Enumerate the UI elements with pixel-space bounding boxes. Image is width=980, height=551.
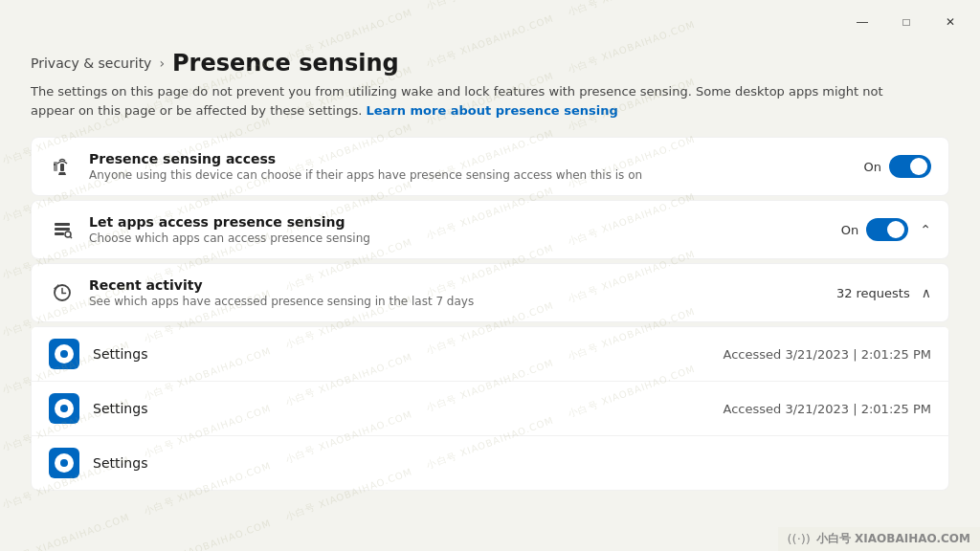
- maximize-button[interactable]: □: [884, 8, 928, 36]
- toggle-thumb-2: [887, 221, 904, 238]
- let-apps-subtitle: Choose which apps can access presence se…: [89, 231, 828, 245]
- requests-count: 32 requests: [836, 286, 910, 300]
- activity-access-time-1: Accessed 3/21/2023 | 2:01:25 PM: [724, 347, 932, 362]
- activity-item-1: Settings Accessed 3/21/2023 | 2:01:25 PM: [31, 326, 949, 382]
- activity-item-2: Settings Accessed 3/21/2023 | 2:01:25 PM: [31, 382, 949, 436]
- let-apps-title: Let apps access presence sensing: [89, 214, 828, 230]
- presence-sensing-text: Presence sensing access Anyone using thi…: [89, 151, 851, 182]
- settings-app-icon-2: [49, 393, 79, 424]
- svg-line-7: [70, 236, 72, 238]
- svg-point-6: [65, 231, 71, 237]
- let-apps-chevron-icon[interactable]: ⌃: [920, 222, 931, 237]
- let-apps-on-label: On: [841, 223, 858, 237]
- activity-app-name-2: Settings: [93, 401, 710, 416]
- watermark-brand: 小白号 XIAOBAIHAO.COM: [816, 531, 970, 547]
- presence-sensing-access-card: Presence sensing access Anyone using thi…: [31, 137, 949, 196]
- presence-sensing-subtitle: Anyone using this device can choose if t…: [89, 168, 851, 182]
- let-apps-toggle[interactable]: [866, 218, 908, 241]
- breadcrumb-separator: ›: [159, 55, 165, 71]
- activity-items-group: Settings Accessed 3/21/2023 | 2:01:25 PM…: [31, 326, 949, 491]
- bottom-watermark-bar: ((·)) 小白号 XIAOBAIHAO.COM: [778, 527, 980, 551]
- settings-app-icon-1: [49, 339, 79, 369]
- page-description: The settings on this page do not prevent…: [31, 82, 930, 120]
- minimize-button[interactable]: —: [840, 8, 884, 36]
- radio-icon: ((·)): [788, 532, 811, 546]
- svg-rect-2: [60, 164, 64, 171]
- presence-sensing-icon: [49, 153, 76, 180]
- recent-activity-card: Recent activity See which apps have acce…: [31, 263, 949, 322]
- let-apps-text: Let apps access presence sensing Choose …: [89, 214, 828, 245]
- presence-sensing-toggle[interactable]: [889, 155, 931, 178]
- presence-sensing-on-label: On: [864, 160, 881, 174]
- activity-item-3: Settings: [31, 436, 949, 491]
- svg-rect-3: [55, 223, 70, 226]
- activity-app-name-3: Settings: [93, 455, 918, 471]
- svg-rect-0: [54, 162, 57, 171]
- let-apps-control: On ⌃: [841, 218, 931, 241]
- learn-more-link[interactable]: Learn more about presence sensing: [366, 103, 617, 118]
- breadcrumb-parent[interactable]: Privacy & security: [31, 55, 151, 71]
- close-button[interactable]: ✕: [928, 8, 972, 36]
- let-apps-icon: [49, 216, 76, 243]
- page-title: Presence sensing: [172, 50, 399, 77]
- activity-app-name-1: Settings: [93, 346, 710, 362]
- breadcrumb: Privacy & security › Presence sensing: [31, 50, 949, 77]
- recent-activity-control: 32 requests ∧: [836, 285, 931, 300]
- recent-activity-text: Recent activity See which apps have acce…: [89, 277, 823, 308]
- toggle-track-2: [866, 218, 908, 241]
- toggle-track: [889, 155, 931, 178]
- svg-rect-4: [55, 228, 70, 231]
- recent-activity-icon: [49, 279, 76, 306]
- let-apps-access-card: Let apps access presence sensing Choose …: [31, 200, 949, 259]
- title-bar: — □ ✕: [0, 0, 980, 40]
- recent-activity-chevron-icon[interactable]: ∧: [922, 285, 931, 300]
- toggle-thumb: [910, 158, 927, 175]
- main-content: Privacy & security › Presence sensing Th…: [0, 40, 980, 491]
- presence-sensing-title: Presence sensing access: [89, 151, 851, 166]
- activity-access-time-2: Accessed 3/21/2023 | 2:01:25 PM: [724, 402, 932, 416]
- recent-activity-subtitle: See which apps have accessed presence se…: [89, 295, 823, 308]
- settings-app-icon-3: [49, 448, 79, 478]
- svg-rect-1: [54, 164, 56, 165]
- recent-activity-title: Recent activity: [89, 277, 823, 293]
- presence-sensing-control: On: [864, 155, 931, 178]
- svg-rect-5: [55, 232, 64, 235]
